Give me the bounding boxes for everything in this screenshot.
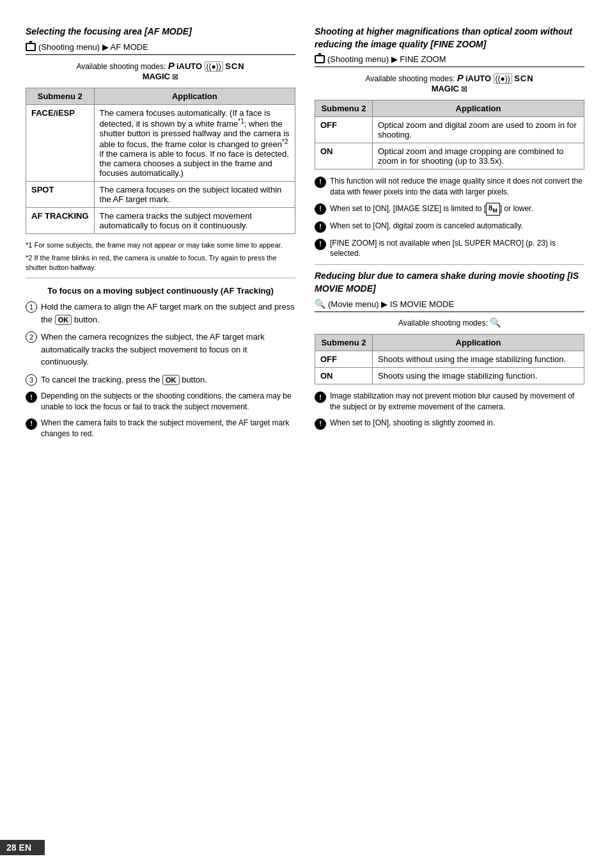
af-modes-label: Available shooting modes:	[76, 62, 166, 71]
table-row: FACE/iESP The camera focuses automatical…	[26, 104, 295, 182]
fz-warning-icon-2: !	[315, 203, 326, 215]
fz-off-text: Optical zoom and digital zoom are used t…	[373, 117, 584, 143]
fine-zoom-title: Shooting at higher magnifications than o…	[315, 26, 584, 51]
mode-panorama-2: ⊠	[461, 84, 467, 93]
page-footer: 28 EN	[0, 840, 45, 855]
mode-magic: MAGIC	[143, 72, 170, 81]
af-mode-menu-path: (Shooting menu) ▶ AF MODE	[26, 42, 295, 55]
page-wrapper: Selecting the focusing area [AF MODE] (S…	[0, 0, 610, 470]
af-mode-path-text: (Shooting menu) ▶ AF MODE	[38, 42, 148, 52]
im-on-label: ON	[315, 368, 373, 384]
fine-zoom-table: Submenu 2 Application OFF Optical zoom a…	[315, 100, 584, 170]
im-on-text: Shoots using the image stabilizing funct…	[373, 368, 584, 384]
table-row: AF TRACKING The camera tracks the subjec…	[26, 208, 295, 234]
af-face-text: The camera focuses automatically. (If a …	[94, 104, 295, 182]
af-tracking-text: The camera tracks the subject movement a…	[94, 208, 295, 234]
is-movie-title: Reducing blur due to camera shake during…	[315, 270, 584, 295]
warning-icon-2: !	[26, 418, 37, 430]
fine-zoom-section: Shooting at higher magnifications than o…	[315, 26, 584, 259]
fz-warning-icon-3: !	[315, 221, 326, 233]
fz-col-submenu: Submenu 2	[315, 100, 373, 117]
fine-zoom-menu-path: (Shooting menu) ▶ FINE ZOOM	[315, 54, 584, 67]
fz-warning-4-text: [FINE ZOOM] is not available when [sL SU…	[330, 238, 584, 260]
mode-panorama: ⊠	[172, 72, 178, 81]
im-warning-2-text: When set to [ON], shooting is slightly z…	[330, 418, 495, 430]
fz-warning-1: ! This function will not reduce the imag…	[315, 176, 584, 198]
table-row: OFF Shoots without using the image stabi…	[315, 351, 584, 368]
af-mode-table: Submenu 2 Application FACE/iESP The came…	[26, 88, 295, 235]
fz-off-label: OFF	[315, 117, 373, 143]
af-spot-label: SPOT	[26, 182, 95, 208]
ok-button-icon: OK	[55, 315, 72, 325]
page-number: 28	[6, 842, 17, 853]
fz-warning-1-text: This function will not reduce the image …	[330, 176, 584, 198]
step-3-text: To cancel the tracking, press the OK but…	[41, 374, 207, 386]
step-1: 1 Hold the camera to align the AF target…	[26, 301, 295, 326]
im-warning-1: ! Image stabilization may not prevent mo…	[315, 391, 584, 413]
step-2-text: When the camera recognizes the subject, …	[41, 331, 295, 368]
image-size-badge: 8M	[486, 203, 500, 216]
movie-mode-icon: 🔍	[490, 317, 501, 327]
left-column: Selecting the focusing area [AF MODE] (S…	[26, 26, 295, 445]
step-1-text: Hold the camera to align the AF target m…	[41, 301, 295, 326]
step-2: 2 When the camera recognizes the subject…	[26, 331, 295, 368]
table-row: ON Shoots using the image stabilizing fu…	[315, 368, 584, 384]
table-row: ON Optical zoom and image cropping are c…	[315, 143, 584, 170]
is-movie-modes-label: Available shooting modes:	[398, 319, 488, 327]
warning-2-text: When the camera fails to track the subje…	[41, 418, 295, 439]
af-tracking-section: To focus on a moving subject continuousl…	[26, 286, 295, 439]
warning-1-text: Depending on the subjects or the shootin…	[41, 391, 295, 413]
shooting-menu-icon	[26, 43, 36, 51]
is-movie-modes: Available shooting modes: 🔍	[315, 317, 584, 327]
table-row: SPOT The camera focuses on the subject l…	[26, 182, 295, 208]
im-off-label: OFF	[315, 351, 373, 368]
af-spot-text: The camera focuses on the subject locate…	[94, 182, 295, 208]
is-movie-path-text: (Movie menu) ▶ IS MOVIE MODE	[328, 299, 454, 309]
is-movie-section: Reducing blur due to camera shake during…	[315, 270, 584, 430]
fz-warning-3: ! When set to [ON], digital zoom is canc…	[315, 221, 584, 233]
shooting-menu-icon-2	[315, 55, 325, 63]
fz-warning-2: ! When set to [ON], [IMAGE SIZE] is limi…	[315, 203, 584, 216]
is-movie-menu-path: 🔍 (Movie menu) ▶ IS MOVIE MODE	[315, 299, 584, 312]
movie-menu-icon: 🔍	[315, 299, 325, 309]
warning-1: ! Depending on the subjects or the shoot…	[26, 391, 295, 413]
fine-zoom-modes-label: Available shooting modes:	[365, 74, 455, 83]
two-column-layout: Selecting the focusing area [AF MODE] (S…	[26, 26, 584, 445]
ok-button-icon-2: OK	[162, 375, 180, 385]
im-off-text: Shoots without using the image stabilizi…	[373, 351, 584, 368]
af-face-label: FACE/iESP	[26, 104, 95, 182]
fz-col-application: Application	[373, 100, 584, 117]
step-number-3: 3	[26, 374, 37, 386]
af-col-submenu: Submenu 2	[26, 88, 95, 104]
fz-warning-3-text: When set to [ON], digital zoom is cancel…	[330, 221, 523, 233]
mode-p: P	[168, 60, 175, 71]
af-col-application: Application	[94, 88, 295, 104]
fine-zoom-path-text: (Shooting menu) ▶ FINE ZOOM	[327, 54, 446, 64]
af-mode-section: Selecting the focusing area [AF MODE] (S…	[26, 26, 295, 272]
im-warning-1-text: Image stabilization may not prevent moti…	[330, 391, 584, 413]
divider-2	[315, 264, 584, 265]
divider	[26, 278, 295, 278]
fz-warning-icon-1: !	[315, 177, 326, 188]
mode-scn-2: SCN	[514, 74, 533, 83]
mode-vibrate: ((●))	[205, 61, 223, 72]
warning-2: ! When the camera fails to track the sub…	[26, 418, 295, 439]
footnote-1: *1 For some subjects, the frame may not …	[26, 241, 295, 250]
fz-on-label: ON	[315, 143, 373, 170]
mode-magic-2: MAGIC	[432, 84, 459, 93]
step-3: 3 To cancel the tracking, press the OK b…	[26, 374, 295, 386]
is-movie-table: Submenu 2 Application OFF Shoots without…	[315, 334, 584, 384]
fz-warning-icon-4: !	[315, 239, 326, 250]
im-warning-2: ! When set to [ON], shooting is slightly…	[315, 418, 584, 430]
right-column: Shooting at higher magnifications than o…	[315, 26, 584, 445]
fine-zoom-modes: Available shooting modes: P iAUTO ((●)) …	[315, 72, 584, 93]
af-mode-title: Selecting the focusing area [AF MODE]	[26, 26, 295, 38]
im-col-application: Application	[373, 335, 584, 351]
im-warning-icon-1: !	[315, 391, 326, 403]
im-col-submenu: Submenu 2	[315, 335, 373, 351]
mode-p-2: P	[457, 72, 464, 83]
footnote-2: *2 If the frame blinks in red, the camer…	[26, 253, 295, 273]
step-number-2: 2	[26, 331, 37, 343]
fz-on-text: Optical zoom and image cropping are comb…	[373, 143, 584, 170]
af-tracking-title: To focus on a moving subject continuousl…	[26, 286, 295, 296]
